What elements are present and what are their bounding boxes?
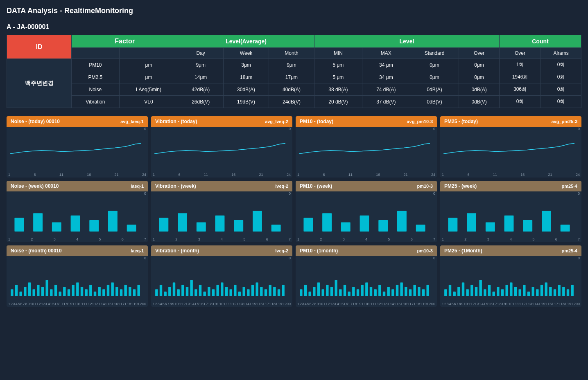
axis-label: 2 xyxy=(444,302,446,306)
svg-rect-70 xyxy=(208,287,210,296)
axis-label: 10 xyxy=(319,302,323,306)
chart-card: PM25 - (today)avg_pm25-30 1611162124 xyxy=(440,116,581,178)
axis-label: 4 xyxy=(76,237,78,241)
table-cell: 0dB(A) xyxy=(459,83,500,96)
svg-rect-87 xyxy=(282,285,284,296)
svg-rect-43 xyxy=(76,282,79,296)
x-axis-labels: 1234567 xyxy=(7,237,148,242)
svg-rect-62 xyxy=(173,282,175,296)
axis-label: 131 xyxy=(383,302,389,306)
sub-over: Over xyxy=(459,48,500,59)
axis-label: 11 xyxy=(179,302,183,306)
y-axis-zero: 0 xyxy=(7,256,148,261)
table-cell: 306회 xyxy=(499,83,541,96)
chart-body xyxy=(7,261,148,302)
axis-label: 3 xyxy=(302,302,304,306)
axis-label: 161 xyxy=(403,302,409,306)
svg-rect-46 xyxy=(89,285,92,296)
axis-label: 161 xyxy=(258,302,265,306)
axis-label: 1 xyxy=(153,302,155,306)
axis-label: 141 xyxy=(101,302,107,306)
axis-label: 11 xyxy=(468,302,472,306)
axis-label: 6 xyxy=(266,237,268,241)
svg-rect-60 xyxy=(164,292,166,296)
axis-label: 91 xyxy=(504,302,508,306)
chart-body xyxy=(296,196,437,237)
svg-rect-101 xyxy=(357,289,359,296)
axis-label: 141 xyxy=(245,302,251,306)
sub-day: Day xyxy=(178,48,224,59)
svg-rect-88 xyxy=(300,289,302,296)
chart-title: PM10 - (week) xyxy=(300,183,332,189)
svg-rect-99 xyxy=(348,292,350,296)
table-cell: 17μm xyxy=(269,71,314,83)
svg-rect-29 xyxy=(15,285,18,296)
svg-rect-72 xyxy=(216,285,219,296)
chart-title: Noise - (month) 00010 xyxy=(11,248,62,254)
table-cell: 5 μm xyxy=(314,59,362,71)
axis-label: 4 xyxy=(221,237,223,241)
svg-rect-91 xyxy=(313,287,315,296)
svg-rect-130 xyxy=(497,287,499,296)
sub-factor1 xyxy=(72,48,120,59)
svg-rect-120 xyxy=(453,292,455,296)
svg-rect-86 xyxy=(278,289,280,296)
header-factor: Factor xyxy=(72,35,178,48)
svg-rect-117 xyxy=(426,285,429,296)
chart-card: Vibration - (today)avg_lveq-20 161116212… xyxy=(151,116,292,178)
axis-label: 3 xyxy=(13,302,15,306)
axis-label: 181 xyxy=(271,302,278,306)
svg-rect-2 xyxy=(52,223,61,232)
table-cell: VL0 xyxy=(119,96,178,108)
table-cell: 0회 xyxy=(541,96,581,108)
table-cell: 0dB(V) xyxy=(459,96,500,108)
axis-label: 121 xyxy=(88,302,94,306)
axis-label: 41 xyxy=(482,302,486,306)
axis-label: 91 xyxy=(360,302,364,306)
svg-rect-78 xyxy=(242,287,245,296)
svg-rect-11 xyxy=(234,220,243,232)
y-axis-zero: 0 xyxy=(440,127,581,132)
table-cell: Vibration xyxy=(72,96,120,108)
table-cell: 30dB(A) xyxy=(224,83,269,96)
header-level: Level xyxy=(314,35,499,48)
axis-label: 8 xyxy=(314,302,316,306)
axis-label: 24 xyxy=(431,173,435,177)
axis-label: 24 xyxy=(576,173,580,177)
svg-rect-68 xyxy=(199,285,201,296)
axis-label: 171 xyxy=(120,302,127,306)
chart-body xyxy=(151,261,292,302)
axis-label: 8 xyxy=(170,302,172,306)
svg-rect-82 xyxy=(260,287,262,296)
axis-label: 1 xyxy=(8,173,10,177)
axis-label: 3 xyxy=(343,237,345,241)
sub-min: MIN xyxy=(314,48,362,59)
axis-label: 31 xyxy=(477,302,481,306)
axis-label: 200 xyxy=(429,302,435,306)
svg-rect-89 xyxy=(304,285,307,296)
svg-rect-142 xyxy=(549,287,552,296)
axis-label: 11 xyxy=(323,302,328,306)
axis-label: 11 xyxy=(34,302,38,306)
svg-rect-64 xyxy=(181,285,184,296)
table-cell: 0μm xyxy=(459,59,500,71)
chart-header: PM10 - (1month)pm10-3 xyxy=(296,245,437,256)
axis-label: 5 xyxy=(388,237,390,241)
table-cell: 0회 xyxy=(541,59,581,71)
axis-label: 191 xyxy=(278,302,284,306)
svg-rect-137 xyxy=(527,292,530,296)
axis-label: 21 xyxy=(548,173,552,177)
axis-label: 91 xyxy=(215,302,219,306)
axis-label: 6 xyxy=(20,302,23,306)
x-axis-labels: 1234567 xyxy=(440,237,581,242)
table-cell: 0μm xyxy=(459,71,500,83)
axis-label: 71 xyxy=(495,302,499,306)
sub-max: MAX xyxy=(362,48,410,59)
axis-label: 1 xyxy=(297,302,299,306)
svg-rect-102 xyxy=(361,285,363,296)
svg-rect-145 xyxy=(562,287,565,296)
y-axis-zero: 0 xyxy=(296,256,437,261)
svg-rect-74 xyxy=(225,287,228,296)
header-id: ID xyxy=(7,35,72,59)
svg-rect-79 xyxy=(247,289,249,296)
